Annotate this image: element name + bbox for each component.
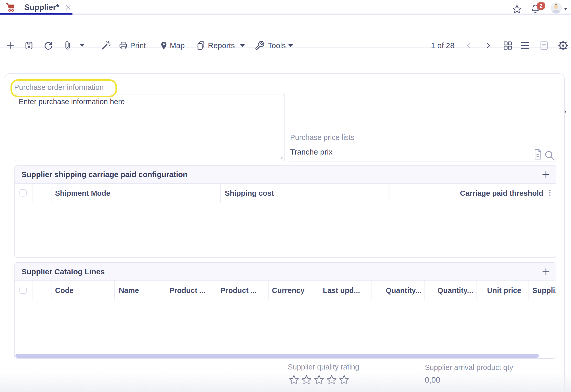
attachment-caret-down-icon[interactable]	[80, 44, 84, 47]
column-header-code[interactable]: Code	[55, 281, 74, 300]
purchase-price-lists-label: Purchase price lists	[290, 133, 354, 142]
column-header-shipment-mode[interactable]: Shipment Mode	[55, 184, 110, 203]
column-divider	[51, 281, 51, 300]
column-divider	[165, 281, 165, 300]
column-header-shipping-cost[interactable]: Shipping cost	[225, 184, 274, 203]
rating-star-icon-2[interactable]	[301, 374, 312, 386]
purchase-order-information-label: Purchase order information	[14, 83, 104, 92]
column-divider	[528, 281, 529, 300]
rating-star-icon-5[interactable]	[339, 374, 350, 386]
document-tab-title[interactable]: Supplier*	[24, 3, 59, 12]
supplier-arrival-qty-label: Supplier arrival product qty	[425, 363, 513, 372]
catalog-panel-title: Supplier Catalog Lines	[22, 267, 105, 276]
horizontal-scrollbar-thumb[interactable]	[15, 354, 539, 358]
app-window: Supplier* 2	[0, 0, 571, 392]
supplier-quality-rating-widget	[288, 374, 350, 386]
column-divider	[389, 184, 389, 203]
toolbar: Print Map Reports Tools 1 of 28	[0, 15, 571, 48]
cart-icon[interactable]	[5, 2, 16, 13]
column-divider	[33, 184, 33, 203]
column-menu-kebab-icon[interactable]	[548, 189, 552, 197]
close-icon[interactable]	[65, 4, 72, 11]
reports-caret-down-icon[interactable]	[240, 44, 245, 47]
purchase-price-lists-input-underline	[289, 161, 556, 161]
column-header-product-1[interactable]: Product ...	[169, 281, 206, 300]
supplier-quality-rating-label: Supplier quality rating	[288, 363, 359, 371]
catalog-add-row-plus-icon[interactable]	[541, 267, 551, 276]
column-header-name[interactable]: Name	[119, 281, 139, 300]
avatar[interactable]	[551, 2, 562, 14]
shipping-panel-title: Supplier shipping carriage paid configur…	[22, 170, 187, 179]
column-header-carriage-paid-threshold[interactable]: Carriage paid threshold	[460, 184, 543, 203]
column-divider	[220, 184, 221, 203]
rating-star-icon-1[interactable]	[288, 374, 300, 386]
shipping-grid-header-row: Shipment Mode Shipping cost Carriage pai…	[15, 184, 556, 203]
column-divider	[217, 281, 217, 300]
rating-star-icon-3[interactable]	[313, 374, 325, 386]
shipping-carriage-panel: Supplier shipping carriage paid configur…	[14, 165, 556, 258]
column-divider	[268, 281, 269, 300]
rating-star-icon-4[interactable]	[326, 374, 337, 386]
tools-caret-down-icon[interactable]	[288, 44, 293, 47]
avatar-person-graphic	[551, 2, 562, 14]
search-icon[interactable]	[544, 149, 555, 161]
column-header-product-2[interactable]: Product ...	[220, 281, 257, 300]
form-tab-strip: s Opportunities Contracts Emails Marketi…	[0, 48, 571, 73]
column-divider	[51, 184, 51, 203]
open-record-document-icon[interactable]	[533, 148, 542, 160]
column-divider	[33, 281, 33, 300]
column-header-currency[interactable]: Currency	[272, 281, 304, 300]
supplier-catalog-panel: Supplier Catalog Lines Code Name Product…	[14, 262, 556, 359]
column-header-quantity-1[interactable]: Quantity...	[372, 281, 421, 300]
purchase-price-lists-value[interactable]: Tranche prix	[290, 148, 333, 156]
supplier-arrival-qty-input-underline	[425, 389, 556, 389]
supplier-arrival-qty-value[interactable]: 0,00	[425, 376, 440, 385]
purchase-order-textarea[interactable]: Enter purchase information here	[15, 94, 285, 161]
avatar-caret-down-icon[interactable]	[564, 8, 567, 10]
notification-badge[interactable]: 2	[537, 2, 545, 10]
column-header-quantity-2[interactable]: Quantity...	[425, 281, 473, 300]
column-header-last-update[interactable]: Last upd...	[323, 281, 360, 300]
catalog-grid-header-row: Code Name Product ... Product ... Curren…	[15, 281, 556, 300]
shipping-select-all-checkbox[interactable]	[19, 189, 27, 197]
textarea-resize-handle[interactable]	[278, 154, 283, 159]
column-header-unit-price[interactable]: Unit price	[477, 281, 521, 300]
column-header-supplier-clipped[interactable]: Suppli...	[532, 281, 556, 300]
purchase-order-text: Enter purchase information here	[19, 97, 125, 106]
active-document-tab-indicator	[0, 13, 72, 15]
column-divider	[319, 281, 319, 300]
shipping-add-row-plus-icon[interactable]	[541, 170, 551, 179]
catalog-select-all-checkbox[interactable]	[19, 287, 27, 294]
favorite-star-icon[interactable]	[512, 4, 522, 14]
column-divider	[114, 281, 115, 300]
